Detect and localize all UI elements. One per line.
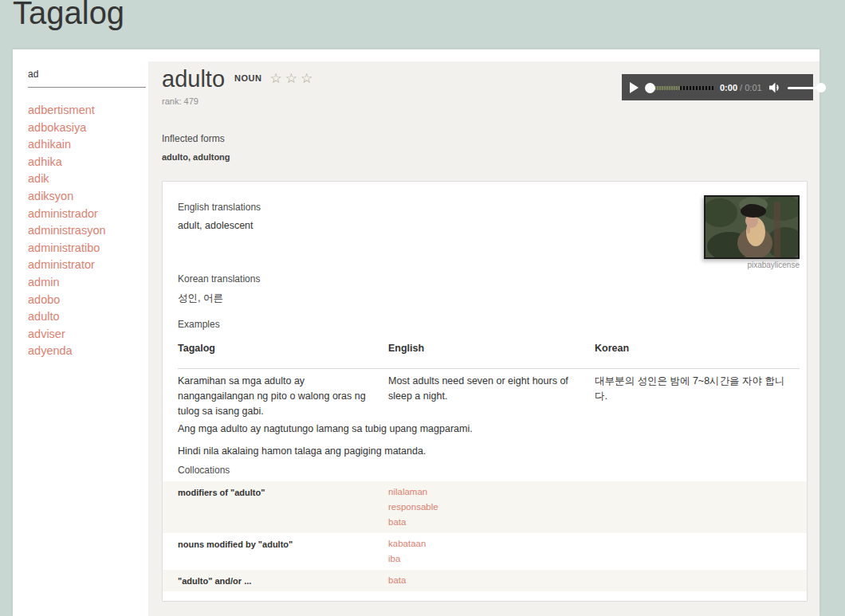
word-list-item[interactable]: adulto (28, 308, 148, 326)
word-list-item[interactable]: adbokasiya (28, 120, 148, 137)
entry-photo (704, 195, 800, 259)
examples-header-english: English (388, 343, 595, 354)
collocation-links: kabataan iba (388, 536, 807, 567)
collocation-link[interactable]: bata (388, 515, 807, 530)
inflected-forms-label: Inflected forms (162, 133, 225, 144)
collocation-label: modifiers of "adulto" (178, 485, 388, 530)
word-list-item[interactable]: adyenda (28, 343, 148, 360)
time-duration: 0:01 (745, 83, 761, 92)
search-input[interactable] (28, 69, 146, 88)
entry-card: English translations adult, adolescent (162, 181, 808, 602)
page-title: Tagalog (13, 0, 124, 31)
example-row: Karamihan sa mga adulto ay nangangailang… (178, 374, 800, 419)
collocation-link[interactable]: nilalaman (388, 485, 807, 500)
word-list-item[interactable]: administratibo (28, 240, 148, 257)
word-list-item[interactable]: adobo (28, 292, 148, 309)
entry-pos-badge: NOUN (234, 73, 261, 83)
collocations-label: Collocations (178, 465, 230, 476)
word-list-item[interactable]: adik (28, 171, 148, 188)
volume-thumb[interactable] (816, 83, 826, 92)
mute-button[interactable] (768, 82, 781, 93)
volume-slider[interactable] (788, 82, 826, 93)
example-tagalog: Karamihan sa mga adulto ay nangangailang… (178, 374, 388, 419)
collocation-row: modifiers of "adulto" nilalaman responsa… (163, 481, 807, 533)
seek-slider[interactable] (645, 82, 713, 93)
examples-label: Examples (178, 319, 220, 330)
example-english: Most adults need seven or eight hours of… (388, 374, 595, 419)
english-translations-value: adult, adolescent (178, 220, 254, 231)
examples-header-korean: Korean (595, 343, 800, 354)
entry-word: adulto (162, 66, 225, 92)
korean-translations-value: 성인, 어른 (178, 292, 223, 305)
sidebar: adbertisment adbokasiya adhikain adhika … (13, 49, 148, 616)
word-list-item[interactable]: adviser (28, 326, 148, 343)
entry-rank: rank: 479 (162, 96, 198, 106)
seek-remaining-bar (680, 86, 713, 90)
word-list-item[interactable]: administrator (28, 257, 148, 274)
word-list-item[interactable]: administrador (28, 206, 148, 223)
collocations-table: modifiers of "adulto" nilalaman responsa… (163, 481, 807, 591)
word-list-item[interactable]: adiksyon (28, 188, 148, 206)
word-list-item[interactable]: adbertisment (28, 102, 148, 120)
seek-buffered-bar (651, 86, 680, 90)
word-list: adbertisment adbokasiya adhikain adhika … (28, 102, 148, 360)
play-button[interactable] (629, 82, 639, 93)
korean-translations-label: Korean translations (178, 273, 260, 284)
example-row: Hindi nila akalaing hamon talaga ang pag… (178, 445, 800, 457)
inflected-forms-value: adulto, adultong (162, 152, 230, 162)
examples-header-row: Tagalog English Korean (178, 343, 800, 354)
photo-image (705, 197, 798, 257)
play-icon (629, 82, 639, 93)
word-list-item[interactable]: admin (28, 274, 148, 292)
time-current: 0:00 (720, 83, 737, 92)
time-separator: / (737, 83, 745, 92)
collocation-link[interactable]: iba (388, 551, 807, 567)
collocation-label: nouns modified by "adulto" (178, 536, 388, 567)
photo-license-link[interactable]: pixabaylicense (704, 261, 800, 269)
collocation-row: "adulto" and/or ... bata (163, 570, 807, 591)
collocation-link[interactable]: kabataan (388, 536, 807, 551)
english-translations-label: English translations (178, 202, 261, 213)
collocation-row: nouns modified by "adulto" kabataan iba (163, 533, 807, 570)
seek-thumb[interactable] (645, 83, 655, 93)
main-content: adultoNOUN☆☆☆ rank: 479 0:00 / 0:01 (148, 61, 819, 616)
collocation-link[interactable]: responsable (388, 500, 807, 515)
examples-divider (178, 368, 800, 369)
collocation-links: bata (388, 573, 807, 588)
content-wrapper: adbertisment adbokasiya adhikain adhika … (13, 49, 819, 616)
collocation-link[interactable]: bata (388, 573, 807, 588)
example-korean: 대부분의 성인은 밤에 7~8시간을 자야 합니다. (595, 374, 800, 419)
entry-header: adultoNOUN☆☆☆ (162, 66, 316, 92)
example-row: Ang mga adulto ay nagtutungo lamang sa t… (178, 423, 800, 434)
word-list-item[interactable]: administrasyon (28, 222, 148, 240)
speaker-icon (768, 82, 781, 93)
word-list-item[interactable]: adhikain (28, 136, 148, 154)
collocation-label: "adulto" and/or ... (178, 573, 388, 588)
player-time: 0:00 / 0:01 (720, 83, 762, 92)
word-list-item[interactable]: adhika (28, 154, 148, 171)
examples-header-tagalog: Tagalog (178, 343, 388, 354)
audio-player: 0:00 / 0:01 (622, 74, 813, 100)
rating-stars[interactable]: ☆☆☆ (269, 71, 316, 86)
collocation-links: nilalaman responsable bata (388, 485, 807, 530)
